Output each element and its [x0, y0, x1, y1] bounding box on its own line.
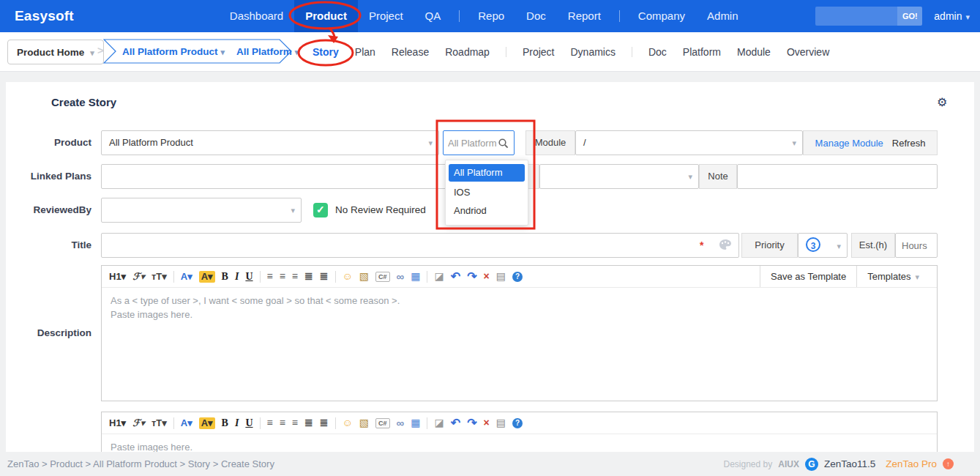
subnav-item-plan[interactable]: Plan — [355, 46, 375, 58]
topnav-item-repo[interactable]: Repo — [467, 0, 515, 32]
description-editor-body[interactable]: As a < type of user >, I want < some goa… — [102, 288, 937, 327]
refresh-link[interactable]: Refresh — [892, 138, 926, 149]
product-home-dropdown[interactable]: Product Home — [7, 40, 104, 64]
insert-code-icon[interactable]: C# — [375, 418, 390, 428]
product-select[interactable]: All Platform Product — [101, 130, 439, 155]
underline-icon[interactable]: U — [245, 266, 253, 287]
bold-icon[interactable]: B — [222, 412, 228, 434]
search-go-button[interactable]: GO! — [897, 7, 922, 26]
redo-icon[interactable]: ↷ — [467, 266, 476, 287]
highlight-color-icon[interactable]: A▾ — [199, 271, 215, 283]
eraser-icon[interactable]: ◪ — [434, 266, 444, 287]
save-as-template-button[interactable]: Save as Template — [760, 266, 856, 287]
story-title-input[interactable] — [101, 233, 739, 258]
zentao-pro-link[interactable]: ZenTao Pro — [886, 458, 937, 469]
insert-image-icon[interactable]: ▧ — [359, 266, 369, 287]
help-icon[interactable]: ? — [512, 272, 523, 282]
linked-plans-input[interactable] — [101, 164, 461, 189]
fullscreen-icon[interactable]: × — [484, 412, 490, 434]
picker-option-andriod[interactable]: Andriod — [446, 201, 528, 220]
upgrade-arrow-icon[interactable]: ↑ — [943, 458, 954, 469]
topnav-item-company[interactable]: Company — [627, 0, 696, 32]
user-menu[interactable]: admin — [934, 10, 970, 22]
unordered-list-icon[interactable]: ≣ — [320, 266, 329, 287]
toolbar-separator — [173, 271, 174, 283]
settings-gear-icon[interactable] — [937, 95, 947, 109]
module-select[interactable]: / — [575, 130, 803, 155]
subnav-item-module[interactable]: Module — [737, 46, 771, 58]
font-color-icon[interactable]: A▾ — [181, 266, 192, 287]
fullscreen-icon[interactable]: × — [484, 266, 490, 287]
manage-module-link[interactable]: Manage Module — [815, 138, 883, 149]
branch-picker-search-box[interactable] — [443, 130, 515, 155]
picker-option-all-platform[interactable]: All Platform — [449, 164, 525, 182]
color-theme-icon[interactable] — [719, 239, 732, 253]
undo-icon[interactable]: ↶ — [451, 412, 460, 434]
insert-link-icon[interactable]: ∞ — [397, 412, 405, 434]
bold-icon[interactable]: B — [222, 266, 228, 287]
heading-icon[interactable]: H1▾ — [109, 412, 126, 434]
align-right-icon[interactable]: ≡ — [292, 266, 298, 287]
paste-icon[interactable]: ▤ — [496, 266, 506, 287]
italic-icon[interactable]: I — [235, 412, 239, 434]
subnav-item-doc[interactable]: Doc — [648, 46, 667, 58]
align-left-icon[interactable]: ≡ — [267, 266, 273, 287]
eraser-icon[interactable]: ◪ — [434, 412, 444, 434]
no-review-checkbox[interactable] — [313, 203, 328, 217]
italic-icon[interactable]: I — [235, 266, 239, 287]
topnav-item-report[interactable]: Report — [557, 0, 612, 32]
secondary-editor-body[interactable]: Paste images here. — [102, 434, 937, 452]
emoji-icon[interactable]: ☺ — [343, 412, 353, 434]
templates-dropdown[interactable]: Templates — [856, 266, 929, 287]
insert-link-icon[interactable]: ∞ — [397, 266, 405, 287]
subnav-item-platform[interactable]: Platform — [683, 46, 721, 58]
underline-icon[interactable]: U — [245, 412, 253, 434]
topnav-item-admin[interactable]: Admin — [696, 0, 749, 32]
ordered-list-icon[interactable]: ≣ — [304, 412, 313, 434]
heading-icon[interactable]: H1▾ — [109, 266, 126, 287]
subnav-item-overview[interactable]: Overview — [787, 46, 829, 58]
from-select[interactable] — [539, 164, 699, 189]
font-size-icon[interactable]: ᴛT▾ — [152, 412, 167, 434]
global-search-input[interactable] — [815, 11, 897, 22]
insert-image-icon[interactable]: ▧ — [359, 412, 369, 434]
font-size-icon[interactable]: ᴛT▾ — [152, 266, 167, 287]
font-family-icon[interactable]: ℱ▾ — [132, 412, 145, 434]
emoji-icon[interactable]: ☺ — [343, 266, 353, 287]
ordered-list-icon[interactable]: ≣ — [304, 266, 313, 287]
subnav-item-roadmap[interactable]: Roadmap — [445, 46, 490, 58]
align-right-icon[interactable]: ≡ — [292, 412, 298, 434]
insert-table-icon[interactable]: ▦ — [411, 412, 420, 434]
branch-picker-search-input[interactable] — [444, 138, 498, 149]
picker-option-ios[interactable]: IOS — [446, 183, 528, 201]
topnav-item-product[interactable]: Product — [294, 0, 358, 32]
global-search-box[interactable] — [815, 7, 897, 26]
priority-select[interactable]: 3 — [798, 233, 848, 258]
crumb-product-dropdown[interactable]: All Platform Product — [122, 46, 225, 57]
help-icon[interactable]: ? — [512, 418, 523, 428]
unordered-list-icon[interactable]: ≣ — [320, 412, 329, 434]
subnav-item-release[interactable]: Release — [392, 46, 429, 58]
highlight-color-icon[interactable]: A▾ — [199, 417, 215, 429]
reviewedby-select[interactable] — [101, 198, 302, 223]
align-center-icon[interactable]: ≡ — [280, 412, 285, 434]
topnav-item-doc[interactable]: Doc — [515, 0, 557, 32]
align-center-icon[interactable]: ≡ — [280, 266, 285, 287]
estimate-hours-input[interactable] — [895, 233, 938, 258]
paste-icon[interactable]: ▤ — [496, 412, 506, 434]
align-left-icon[interactable]: ≡ — [267, 412, 273, 434]
topnav-item-project[interactable]: Project — [358, 0, 414, 32]
redo-icon[interactable]: ↷ — [467, 412, 476, 434]
insert-code-icon[interactable]: C# — [375, 272, 390, 282]
subnav-item-project[interactable]: Project — [523, 46, 555, 58]
topnav-item-dashboard[interactable]: Dashboard — [219, 0, 294, 32]
font-color-icon[interactable]: A▾ — [181, 412, 192, 434]
subnav-item-dynamics[interactable]: Dynamics — [570, 46, 615, 58]
undo-icon[interactable]: ↶ — [451, 266, 460, 287]
topnav-item-qa[interactable]: QA — [414, 0, 452, 32]
subnav-item-story[interactable]: Story — [313, 46, 339, 58]
note-input[interactable] — [737, 164, 938, 189]
crumb-branch-dropdown[interactable]: All Platform — [236, 46, 299, 57]
insert-table-icon[interactable]: ▦ — [411, 266, 420, 287]
font-family-icon[interactable]: ℱ▾ — [132, 266, 145, 287]
